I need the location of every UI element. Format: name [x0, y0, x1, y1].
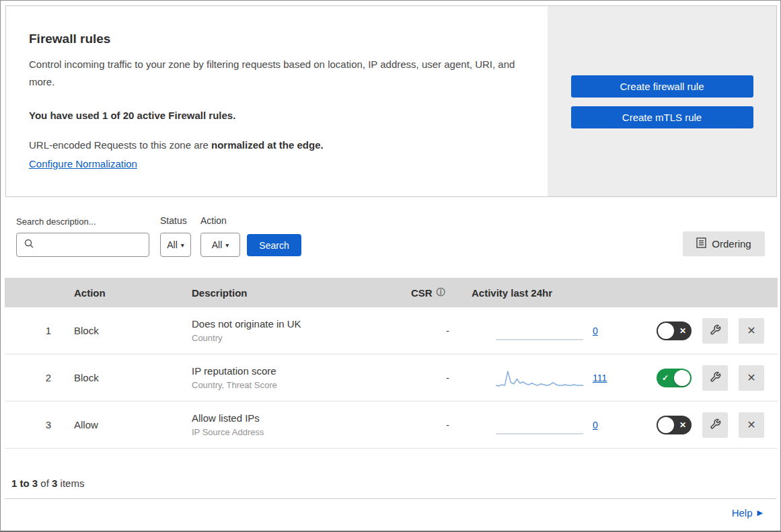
rule-action: Block [74, 372, 192, 383]
rule-description: Does not originate in UK [192, 318, 411, 330]
rule-activity-cell: 0 [472, 321, 626, 341]
rule-criteria: Country, Threat Score [192, 380, 411, 390]
rule-priority: 3 [5, 419, 74, 430]
wrench-icon [710, 371, 721, 385]
edit-rule-button[interactable] [702, 412, 728, 438]
rule-csr-value: - [411, 372, 472, 383]
rule-enabled-toggle[interactable]: ✓ ✕ [657, 369, 692, 387]
activity-sparkline [496, 321, 583, 341]
firewall-rules-page: Firewall rules Control incoming traffic … [0, 0, 781, 532]
activity-sparkline [496, 415, 583, 435]
wrench-icon [710, 418, 721, 432]
rule-enabled-toggle[interactable]: ✓ ✕ [657, 416, 692, 434]
normalization-text: URL-encoded Requests to this zone are no… [29, 139, 527, 151]
rule-activity-cell: 111 [472, 368, 626, 388]
edit-rule-button[interactable] [702, 318, 728, 344]
rule-description-cell: IP reputation score Country, Threat Scor… [192, 365, 411, 390]
search-description-label: Search description... [16, 217, 96, 227]
table-header-row: Action Description CSR ⓘ Activity last 2… [5, 278, 778, 307]
page-description: Control incoming traffic to your zone by… [29, 56, 520, 91]
header-csr-label: CSR [411, 287, 433, 299]
delete-rule-button[interactable]: ✕ [739, 365, 764, 391]
page-title: Firewall rules [29, 32, 527, 46]
chevron-down-icon: ▾ [225, 241, 229, 249]
chevron-down-icon: ▾ [181, 241, 184, 249]
help-link[interactable]: Help ▶ [732, 507, 763, 519]
rule-controls: ✓ ✕ ✕ [626, 412, 778, 438]
header-description: Description [192, 287, 411, 299]
header-action: Action [74, 287, 192, 299]
delete-rule-button[interactable]: ✕ [739, 412, 764, 438]
firewall-overview-text: Firewall rules Control incoming traffic … [6, 6, 548, 196]
search-field [16, 233, 149, 257]
summary-total: 3 [52, 478, 57, 489]
rule-controls: ✓ ✕ ✕ [626, 318, 778, 344]
create-mtls-rule-button[interactable]: Create mTLS rule [571, 106, 753, 128]
rule-csr-value: - [411, 325, 472, 336]
rule-priority: 2 [5, 372, 74, 383]
search-icon [24, 238, 34, 252]
rules-table: Action Description CSR ⓘ Activity last 2… [5, 278, 778, 449]
rules-usage-text: You have used 1 of 20 active Firewall ru… [29, 110, 527, 121]
status-filter-label: Status [160, 215, 187, 226]
ordering-button[interactable]: Ordering [683, 231, 765, 256]
status-filter-value: All [167, 239, 178, 250]
close-icon: ✕ [747, 324, 755, 337]
toggle-cross-icon: ✕ [674, 416, 692, 434]
table-row: 1 Block Does not originate in UK Country… [5, 307, 778, 354]
help-arrow-icon: ▶ [757, 508, 763, 517]
rule-csr-value: - [411, 419, 472, 430]
info-icon[interactable]: ⓘ [437, 287, 445, 299]
normalization-prefix: URL-encoded Requests to this zone are [29, 139, 209, 151]
activity-count-link[interactable]: 111 [593, 373, 607, 383]
rule-description-cell: Does not originate in UK Country [192, 318, 411, 343]
rule-description-cell: Allow listed IPs IP Source Address [192, 412, 411, 437]
activity-sparkline [496, 368, 583, 388]
wrench-icon [710, 324, 721, 338]
table-row: 3 Allow Allow listed IPs IP Source Addre… [5, 402, 778, 449]
rule-priority: 1 [5, 325, 74, 336]
rule-activity-cell: 0 [472, 415, 626, 435]
toggle-knob [658, 323, 674, 339]
normalization-bold: normalized at the edge. [211, 139, 324, 151]
summary-items: items [61, 478, 85, 489]
toggle-cross-icon: ✕ [674, 321, 692, 340]
configure-normalization-link[interactable]: Configure Normalization [29, 158, 137, 169]
toggle-knob [658, 417, 674, 433]
rule-action: Block [74, 325, 192, 336]
search-input[interactable] [40, 239, 149, 250]
search-button[interactable]: Search [247, 234, 301, 256]
close-icon: ✕ [747, 418, 755, 431]
summary-range: 1 to 3 [11, 478, 38, 489]
rule-description: Allow listed IPs [192, 412, 411, 424]
status-filter-dropdown[interactable]: All ▾ [160, 233, 191, 257]
rule-action: Allow [74, 419, 192, 430]
footer-divider [5, 498, 776, 499]
header-activity: Activity last 24hr [472, 287, 626, 299]
create-rule-panel: Create firewall rule Create mTLS rule [548, 6, 776, 196]
close-icon: ✕ [747, 371, 755, 384]
rule-controls: ✓ ✕ ✕ [626, 365, 778, 391]
help-link-label: Help [732, 507, 753, 519]
rule-description: IP reputation score [192, 365, 411, 377]
ordering-button-label: Ordering [712, 238, 751, 250]
firewall-overview-card: Firewall rules Control incoming traffic … [5, 5, 777, 197]
activity-count-link[interactable]: 0 [593, 326, 598, 336]
pagination-summary: 1 to 3 of 3 items [11, 478, 84, 489]
edit-rule-button[interactable] [702, 365, 728, 391]
header-csr: CSR ⓘ [411, 287, 472, 299]
action-filter-dropdown[interactable]: All ▾ [200, 233, 240, 257]
ordering-icon [696, 237, 706, 250]
activity-count-link[interactable]: 0 [593, 420, 598, 430]
rule-criteria: Country [192, 333, 411, 343]
action-filter-label: Action [200, 215, 227, 226]
rule-criteria: IP Source Address [192, 427, 411, 437]
delete-rule-button[interactable]: ✕ [739, 318, 764, 344]
toggle-check-icon: ✓ [657, 369, 674, 387]
action-filter-value: All [212, 239, 223, 250]
create-firewall-rule-button[interactable]: Create firewall rule [571, 75, 753, 98]
summary-of: of [40, 478, 49, 489]
table-row: 2 Block IP reputation score Country, Thr… [5, 354, 778, 402]
toggle-knob [674, 370, 690, 386]
rule-enabled-toggle[interactable]: ✓ ✕ [657, 321, 692, 340]
